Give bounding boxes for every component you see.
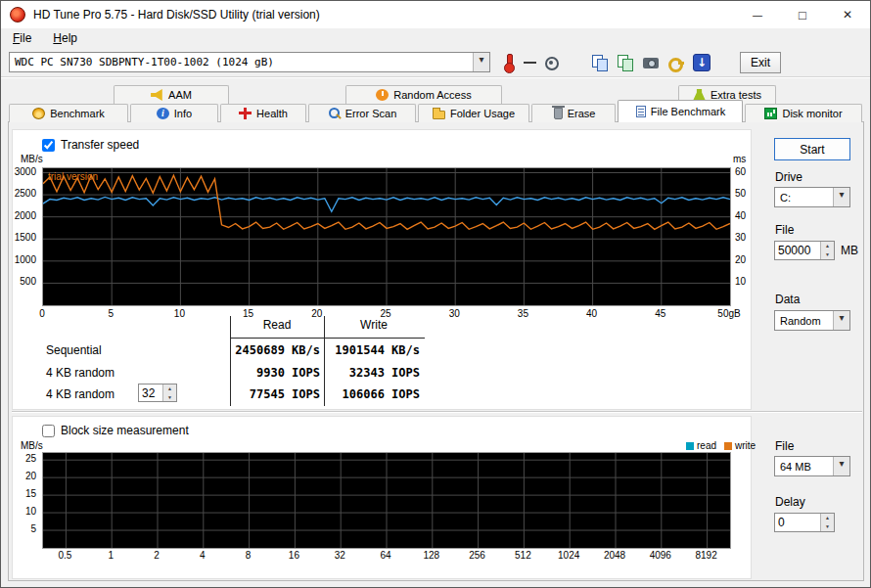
axis-tick-label: 64: [380, 550, 390, 561]
spin-down-icon[interactable]: [821, 522, 834, 531]
row-label-sequential: Sequential: [46, 343, 102, 357]
tab-benchmark[interactable]: Benchmark: [9, 104, 128, 122]
start-button[interactable]: Start: [774, 138, 850, 160]
chevron-down-icon[interactable]: [833, 457, 849, 475]
titlebar: HD Tune Pro 5.75 - Hard Disk/SSD Utility…: [1, 1, 870, 28]
axis-tick-label: 0.5: [58, 550, 71, 561]
row-label-4kb-random: 4 KB random: [46, 366, 115, 380]
axis-tick-label: 40: [586, 308, 597, 319]
axis-tick-label: 32: [335, 550, 345, 561]
axis-tick-label: 0: [39, 308, 45, 319]
drive-select[interactable]: C:: [774, 187, 850, 207]
minimize-icon: [753, 8, 762, 22]
drive-combobox-value: WDC PC SN730 SDBPNTY-1T00-1002 (1024 gB): [10, 56, 473, 68]
transfer-y-right-labels: 605040302010: [735, 167, 755, 304]
transfer-speed-chart: [42, 167, 731, 306]
maximize-icon: [799, 8, 806, 23]
legend-item-read: read: [686, 440, 716, 451]
close-button[interactable]: [825, 1, 870, 28]
write-legend-swatch: [724, 442, 732, 450]
tab-error-scan[interactable]: Error Scan: [308, 104, 416, 122]
axis-tick-label: 8: [246, 550, 252, 561]
block-file-value: 64 MB: [775, 461, 833, 473]
transfer-speed-checkbox[interactable]: [42, 139, 55, 152]
tab-label: Disk monitor: [782, 108, 842, 119]
menu-file[interactable]: File: [9, 30, 35, 46]
spin-up-icon[interactable]: [821, 514, 834, 522]
block-size-checkbox[interactable]: [42, 425, 55, 437]
axis-tick-label: 10: [735, 276, 746, 287]
tab-erase[interactable]: Erase: [531, 104, 616, 122]
tab-label: File Benchmark: [651, 106, 725, 117]
spin-up-icon[interactable]: [821, 242, 834, 250]
drive-combobox[interactable]: WDC PC SN730 SDBPNTY-1T00-1002 (1024 gB): [9, 52, 490, 72]
spin-up-icon[interactable]: [163, 384, 176, 393]
axis-tick-label: 4096: [650, 550, 671, 561]
spinner: [820, 242, 834, 259]
axis-tick-label: 25: [25, 453, 36, 464]
tab-file-benchmark[interactable]: File Benchmark: [618, 100, 743, 122]
file-size-input[interactable]: 50000: [774, 241, 835, 260]
chart-legend: read write: [686, 440, 756, 451]
4kb-random-qd-read-value: 77545 IOPS: [230, 387, 320, 401]
spin-down-icon[interactable]: [163, 393, 176, 402]
tab-random-access[interactable]: Random Access: [345, 85, 502, 104]
disk-monitor-icon: [764, 108, 777, 119]
minimize-button[interactable]: [735, 1, 780, 28]
read-legend-label: read: [697, 440, 716, 451]
maximize-button[interactable]: [780, 1, 825, 28]
transfer-speed-panel: Transfer speed MB/s ms trial version 300…: [12, 129, 752, 410]
screenshot-icon[interactable]: [642, 54, 660, 71]
benchmark-icon: [32, 108, 45, 119]
queue-depth-value: 32: [139, 384, 162, 401]
file-benchmark-page: Transfer speed MB/s ms trial version 300…: [8, 121, 864, 581]
copy-text-icon[interactable]: [617, 54, 634, 71]
app-window: HD Tune Pro 5.75 - Hard Disk/SSD Utility…: [0, 0, 871, 588]
copy-results-icon[interactable]: [591, 54, 609, 71]
spinner: [820, 514, 834, 531]
axis-tick-label: 50gB: [717, 308, 740, 319]
tab-info[interactable]: Info: [130, 104, 218, 122]
exit-button[interactable]: Exit: [740, 52, 781, 73]
block-size-chart: [42, 452, 731, 549]
tab-row-main: Benchmark Info Health Error Scan Folder …: [9, 104, 862, 122]
axis-tick-label: 16: [289, 550, 299, 561]
block-size-label: Block size measurement: [61, 424, 189, 437]
axis-tick-label: 20: [25, 471, 36, 481]
axis-tick-label: 10: [174, 308, 185, 319]
4kb-random-read-value: 9930 IOPS: [230, 366, 320, 380]
axis-tick-label: 1: [108, 550, 114, 561]
axis-tick-label: 2500: [15, 188, 36, 199]
queue-depth-stepper[interactable]: 32: [138, 384, 177, 402]
block-file-select[interactable]: 64 MB: [774, 456, 850, 476]
spin-down-icon[interactable]: [821, 250, 834, 259]
tab-health[interactable]: Health: [220, 104, 306, 122]
tab-label: Folder Usage: [450, 108, 515, 119]
axis-tick-label: 512: [515, 550, 531, 561]
tab-disk-monitor[interactable]: Disk monitor: [745, 104, 862, 122]
monitor-toggle-icon[interactable]: [542, 54, 560, 71]
file-size-label: File: [775, 223, 794, 237]
license-key-icon[interactable]: [667, 54, 685, 71]
axis-tick-label: 30: [735, 232, 746, 243]
transfer-speed-label: Transfer speed: [61, 138, 139, 152]
save-results-icon[interactable]: [693, 54, 711, 71]
tab-label: Erase: [568, 108, 596, 119]
table-header-read: Read: [230, 318, 324, 332]
tab-aam[interactable]: AAM: [114, 85, 229, 104]
temperature-icon[interactable]: [500, 54, 518, 71]
chevron-down-icon[interactable]: [473, 53, 489, 71]
chevron-down-icon[interactable]: [833, 311, 849, 330]
axis-tick-label: 1024: [558, 550, 579, 561]
data-pattern-select[interactable]: Random: [774, 310, 850, 331]
delay-input[interactable]: 0: [774, 513, 835, 532]
tab-folder-usage[interactable]: Folder Usage: [418, 104, 529, 122]
axis-tick-label: 128: [423, 550, 439, 561]
table-header-write: Write: [324, 318, 424, 332]
axis-tick-label: 2048: [604, 550, 625, 561]
block-size-panel: Block size measurement MB/s read write 2…: [12, 416, 752, 579]
menu-help[interactable]: Help: [49, 30, 81, 46]
chevron-down-icon[interactable]: [833, 188, 849, 206]
spinner: [162, 384, 176, 401]
file-size-unit: MB: [841, 244, 858, 257]
